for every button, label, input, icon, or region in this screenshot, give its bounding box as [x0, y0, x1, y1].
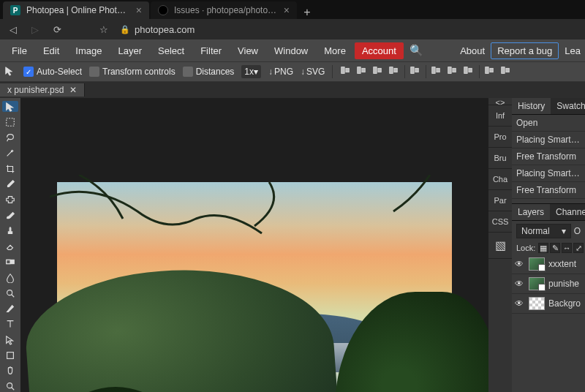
divider [332, 65, 333, 78]
lock-button[interactable]: ▦ [538, 243, 548, 253]
panel-tab-info[interactable]: Inf [488, 105, 512, 127]
align-button-3[interactable] [388, 65, 400, 77]
align-button-9[interactable] [500, 65, 512, 77]
tool-text[interactable] [2, 319, 18, 330]
history-item[interactable]: Placing Smart Obje [512, 165, 585, 182]
canvas[interactable] [57, 182, 452, 392]
eye-icon[interactable]: 👁 [515, 259, 525, 269]
close-icon[interactable]: ✕ [69, 85, 77, 95]
auto-select-toggle[interactable]: ✓ Auto-Select [23, 67, 82, 77]
menu-edit[interactable]: Edit [36, 42, 67, 59]
divider [479, 65, 480, 78]
divider [426, 65, 426, 78]
layer-row[interactable]: 👁xxxtent [512, 255, 585, 274]
close-icon[interactable]: × [136, 4, 142, 16]
close-icon[interactable]: × [284, 4, 290, 16]
menu-more[interactable]: More [317, 42, 353, 59]
report-bug-button[interactable]: Report a bug [491, 42, 559, 59]
search-icon[interactable]: 🔍 [410, 44, 423, 57]
lock-button[interactable]: ⤢ [573, 243, 584, 253]
tool-gradient[interactable] [2, 257, 18, 268]
tool-crop[interactable] [2, 163, 18, 174]
panel-tab-character[interactable]: Cha [488, 169, 512, 190]
tool-rect-select[interactable] [2, 116, 18, 127]
layer-row[interactable]: 👁punishe [512, 274, 585, 294]
zoom-select[interactable]: 1x▾ [241, 65, 261, 78]
tool-move[interactable] [2, 101, 18, 112]
menu-account[interactable]: Account [355, 42, 404, 59]
panel-tab-brush[interactable]: Bru [488, 148, 512, 169]
layers-tab[interactable]: Layers [512, 204, 550, 220]
tool-stamp[interactable] [2, 225, 18, 236]
menu-view[interactable]: View [230, 42, 265, 59]
lock-button[interactable]: ✎ [550, 243, 560, 253]
eye-icon[interactable]: 👁 [515, 279, 525, 289]
history-tab[interactable]: History [512, 98, 551, 114]
history-item[interactable]: Placing Smart Obje [512, 132, 585, 148]
browser-tab-github[interactable]: Issues · photopea/photopea · Gi… × [151, 1, 297, 19]
eye-icon[interactable]: 👁 [515, 298, 525, 309]
menu-window[interactable]: Window [267, 42, 315, 59]
learn-link[interactable]: Lea [565, 45, 581, 56]
menu-image[interactable]: Image [68, 42, 109, 59]
align-button-8[interactable] [484, 65, 496, 77]
tool-eraser[interactable] [2, 241, 18, 252]
tool-hand[interactable] [2, 366, 18, 377]
channels-tab[interactable]: Channels [550, 204, 585, 220]
back-button[interactable]: ◁ [7, 24, 19, 35]
about-link[interactable]: About [460, 45, 485, 56]
browser-nav-bar: ◁ ▷ ⟳ ☆ 🔒 photopea.com [0, 19, 585, 39]
forward-button[interactable]: ▷ [29, 24, 41, 35]
options-bar: ✓ Auto-Select Transform controls Distanc… [0, 61, 585, 82]
menu-layer[interactable]: Layer [111, 42, 150, 59]
collapsed-panel-strip: <> Inf Pro Bru Cha Par CSS ▧ [488, 98, 512, 392]
new-tab-button[interactable]: + [298, 6, 316, 19]
panel-tab-properties[interactable]: Pro [488, 127, 512, 148]
align-button-4[interactable] [410, 65, 421, 77]
tool-heal[interactable] [2, 195, 18, 206]
tool-pen[interactable] [2, 303, 18, 314]
swatches-tab[interactable]: Swatches [551, 98, 585, 114]
history-item[interactable]: Open [512, 115, 585, 132]
export-svg-button[interactable]: ↓ SVG [301, 67, 325, 77]
menu-select[interactable]: Select [151, 42, 192, 59]
address-bar[interactable]: 🔒 photopea.com [120, 24, 195, 35]
panel-tab-gallery[interactable]: ▧ [488, 233, 512, 259]
bookmark-button[interactable]: ☆ [98, 24, 110, 35]
tool-lasso[interactable] [2, 132, 18, 143]
document-tabs: x punisher.psd ✕ [0, 82, 585, 98]
blend-mode-select[interactable]: Normal ▾ [516, 224, 571, 238]
tool-eyedropper[interactable] [2, 178, 18, 189]
history-item[interactable]: Free Transform [512, 148, 585, 165]
align-button-6[interactable] [447, 65, 458, 77]
tool-brush[interactable] [2, 210, 18, 221]
panel-expand-handle[interactable]: <> [488, 98, 512, 105]
transform-controls-toggle[interactable]: Transform controls [89, 67, 176, 77]
panel-tab-css[interactable]: CSS [488, 211, 512, 233]
svg-rect-14 [464, 67, 467, 74]
export-png-button[interactable]: ↓ PNG [268, 67, 293, 77]
tool-wand[interactable] [2, 148, 18, 159]
document-tab[interactable]: x punisher.psd ✕ [0, 83, 85, 97]
tool-blur[interactable] [2, 272, 18, 283]
tool-shape[interactable] [2, 350, 18, 361]
align-button-5[interactable] [431, 65, 442, 77]
tool-zoom[interactable] [2, 381, 18, 392]
menu-file[interactable]: File [4, 42, 34, 59]
align-button-7[interactable] [463, 65, 475, 77]
layer-row[interactable]: 👁Backgro [512, 294, 585, 314]
panel-tab-paragraph[interactable]: Par [488, 190, 512, 211]
tool-dodge[interactable] [2, 287, 18, 298]
reload-button[interactable]: ⟳ [51, 24, 63, 35]
tool-path-select[interactable] [2, 334, 18, 345]
align-button-2[interactable] [372, 65, 384, 77]
distances-toggle[interactable]: Distances [183, 67, 235, 77]
canvas-area[interactable] [20, 98, 488, 392]
opacity-label[interactable]: O [574, 226, 581, 236]
align-button-1[interactable] [356, 65, 368, 77]
lock-button[interactable]: ↔ [562, 243, 572, 253]
history-item[interactable]: Free Transform [512, 182, 585, 199]
browser-tab-photopea[interactable]: P Photopea | Online Photo Editor × [3, 1, 149, 19]
menu-filter[interactable]: Filter [193, 42, 229, 59]
align-button-0[interactable] [340, 65, 352, 77]
